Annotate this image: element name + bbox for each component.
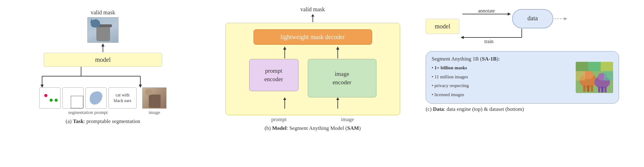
- valid-mask-image: [87, 17, 119, 43]
- panel-b-top-arrow: [308, 14, 317, 23]
- dot-prompt-box: [39, 87, 61, 109]
- panel-b-caption: (b) Model: Segment Anything Model (SAM): [264, 125, 361, 131]
- panel-b-caption-sam: SAM: [347, 125, 359, 131]
- bullet-1-text: 1+ billion masks: [434, 65, 467, 70]
- image-photo: [142, 87, 167, 109]
- panel-c-caption: (c) Data: data engine (top) & dataset (b…: [426, 106, 524, 112]
- image-encoder-box: image encoder: [308, 59, 376, 97]
- panel-a-model-box: model: [44, 53, 162, 67]
- panel-c-caption-rest: : data engine (top) & dataset (bottom): [444, 106, 524, 112]
- green-dot-1: [50, 99, 53, 102]
- blob-svg: [87, 89, 105, 107]
- svg-marker-28: [564, 17, 567, 20]
- panel-b-middle-row: prompt encoder image encoder: [249, 59, 376, 97]
- prompts-group: cat with black ears segmentation prompt: [39, 87, 137, 115]
- sa1b-title-bold: SA-1B: [482, 56, 496, 62]
- panel-b-caption-prefix: (b): [264, 125, 272, 131]
- panel-c-caption-bold: Data: [433, 106, 444, 112]
- svg-marker-15: [283, 97, 286, 100]
- svg-rect-41: [588, 62, 601, 71]
- mask-decoder-box: lightweight mask decoder: [254, 29, 372, 45]
- bullet-1: • 1+ billion masks: [432, 63, 572, 72]
- svg-rect-43: [576, 71, 585, 81]
- text-prompt-box: cat with black ears: [109, 87, 137, 109]
- panel-b-caption-bold: Model: [272, 125, 286, 131]
- bullet-2: • 11 million images: [432, 72, 572, 81]
- outer-yellow-box: lightweight mask decoder prompt encoder: [225, 23, 400, 115]
- red-dot: [44, 94, 47, 97]
- rect-prompt-box: [62, 87, 84, 109]
- arrow-model-to-validmask: [98, 43, 108, 53]
- main-container: valid mask model: [6, 3, 638, 164]
- segmentation-prompt-label: segmentation prompt: [68, 110, 108, 115]
- panel-a-model-label: model: [95, 56, 111, 63]
- panel-c-caption-prefix: (c): [426, 106, 433, 112]
- img-bucket: [149, 95, 161, 108]
- svg-rect-44: [604, 71, 613, 81]
- text-prompt-content: cat with black ears: [114, 92, 131, 104]
- inner-rect: [71, 96, 83, 108]
- blob-prompt-box: [85, 87, 107, 109]
- panel-a-bottom-row: cat with black ears segmentation prompt …: [39, 87, 167, 115]
- svg-rect-39: [604, 87, 607, 92]
- sa1b-title-prefix: Segment Anything 1B (: [432, 56, 482, 62]
- panel-a-caption: (a) Task: promptable segmentation: [66, 118, 140, 125]
- bullet-3: • privacy respecting: [432, 81, 572, 90]
- panel-b: valid mask lightweight mask decoder: [207, 6, 419, 131]
- panel-b-inner-arrows: [254, 47, 372, 59]
- panel-c-top: model annotate data train: [426, 9, 638, 50]
- svg-marker-25: [461, 36, 464, 39]
- panel-c: model annotate data train: [426, 6, 638, 112]
- green-dot-2: [55, 99, 58, 102]
- panel-b-bottom-labels: prompt image: [225, 116, 400, 123]
- svg-marker-17: [336, 97, 339, 100]
- bullet-4-text: licensed images: [434, 92, 464, 97]
- mask-decoder-label: lightweight mask decoder: [280, 33, 345, 40]
- prompt-encoder-label: prompt encoder: [264, 67, 283, 82]
- panel-c-flow-svg: annotate data train: [459, 9, 565, 50]
- image-col: image: [142, 87, 167, 115]
- panel-a-image-label: image: [149, 110, 160, 115]
- bullet-3-text: privacy respecting: [434, 83, 469, 88]
- svg-marker-13: [336, 47, 339, 50]
- svg-rect-42: [601, 62, 613, 71]
- svg-marker-9: [311, 14, 314, 17]
- svg-text:data: data: [527, 15, 538, 22]
- svg-rect-34: [591, 86, 593, 92]
- panel-b-caption-end: ): [359, 125, 361, 131]
- panel-b-caption-rest: : Segment Anything Model (: [287, 125, 347, 131]
- sa1b-bullets: • 1+ billion masks • 11 million images •…: [432, 63, 572, 99]
- bullet-2-text: 11 million images: [434, 74, 468, 79]
- img-cat: [145, 89, 153, 95]
- svg-rect-40: [576, 62, 588, 71]
- svg-text:train: train: [484, 39, 493, 44]
- panel-b-valid-mask-label: valid mask: [300, 6, 325, 13]
- bullet-4: • licensed images: [432, 90, 572, 99]
- trashcan-body: [96, 26, 110, 41]
- sa1b-box: Segment Anything 1B (SA-1B): • 1+ billio…: [426, 51, 619, 104]
- sa1b-title-line: Segment Anything 1B (SA-1B):: [432, 56, 572, 62]
- sa1b-image-svg: [576, 62, 613, 93]
- panel-a: valid mask model: [6, 6, 200, 125]
- sa1b-text-col: Segment Anything 1B (SA-1B): • 1+ billio…: [432, 56, 572, 99]
- panel-a-caption-bold: Task: [73, 118, 84, 124]
- svg-text:annotate: annotate: [478, 8, 495, 13]
- prompt-encoder-box: prompt encoder: [249, 59, 298, 91]
- panel-a-caption-rest: : promptable segmentation: [84, 118, 140, 124]
- sa1b-image: [576, 62, 613, 93]
- panel-b-image-label: image: [341, 116, 354, 123]
- svg-marker-1: [101, 43, 104, 47]
- panel-c-model-label: model: [435, 23, 450, 30]
- image-encoder-label: image encoder: [332, 71, 351, 86]
- panel-a-bracket-svg: [22, 67, 184, 89]
- svg-rect-32: [583, 86, 586, 92]
- svg-marker-19: [508, 12, 511, 16]
- sa1b-title-suffix: ):: [496, 56, 500, 62]
- panel-c-model-box: model: [426, 19, 459, 34]
- svg-rect-33: [587, 86, 589, 92]
- panel-b-bottom-inner-arrows: [254, 97, 372, 109]
- panel-b-prompt-label: prompt: [271, 116, 287, 123]
- svg-marker-11: [283, 47, 286, 50]
- prompt-items-row: cat with black ears: [39, 87, 137, 109]
- panel-a-caption-prefix: (a): [66, 118, 73, 124]
